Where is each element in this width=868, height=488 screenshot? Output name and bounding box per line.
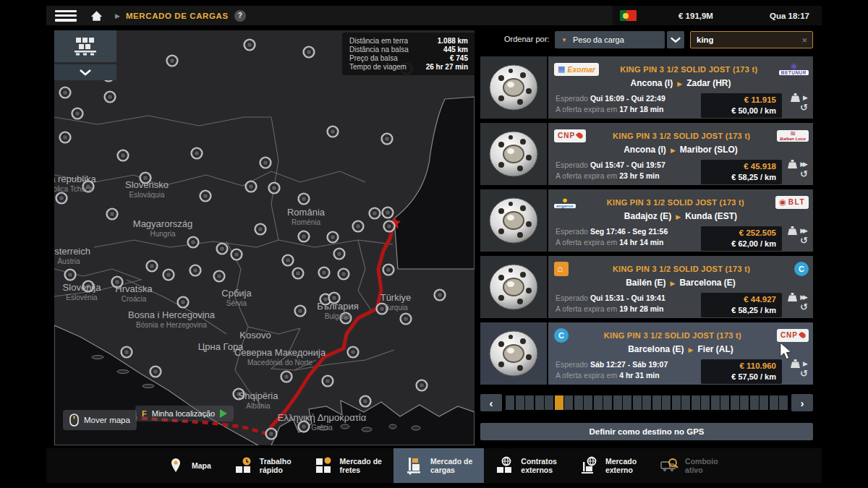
city-node[interactable]	[246, 181, 257, 192]
cargo-type-button[interactable]	[54, 30, 116, 62]
page-square[interactable]	[642, 395, 651, 410]
map-panel[interactable]: á republikablica TchecaSlovenskoEslováqu…	[54, 30, 475, 445]
page-square[interactable]	[681, 395, 690, 410]
city-node[interactable]	[118, 150, 129, 161]
city-node[interactable]	[328, 232, 339, 243]
city-node[interactable]	[348, 347, 359, 358]
page-square[interactable]	[603, 395, 612, 410]
city-node[interactable]	[339, 269, 349, 280]
page-square[interactable]	[711, 395, 720, 410]
city-node[interactable]	[190, 265, 201, 276]
city-node[interactable]	[150, 367, 161, 377]
page-square[interactable]	[623, 395, 631, 410]
city-node[interactable]	[384, 221, 395, 232]
city-node[interactable]	[107, 209, 118, 220]
cargo-card[interactable]: CNP KING PIN 3 1/2 SOLID JOST (173 t) Ba…	[480, 123, 813, 185]
home-icon[interactable]	[90, 9, 103, 22]
city-node[interactable]	[122, 347, 132, 358]
city-node[interactable]	[295, 306, 306, 317]
page-square[interactable]	[574, 395, 583, 410]
city-node[interactable]	[56, 193, 67, 204]
help-icon[interactable]: ?	[234, 10, 246, 22]
city-node[interactable]	[255, 224, 266, 235]
city-node[interactable]	[178, 297, 189, 308]
city-node[interactable]	[360, 396, 371, 407]
search-input[interactable]	[691, 35, 796, 44]
page-square[interactable]	[740, 395, 749, 410]
page-square[interactable]	[506, 395, 514, 410]
sort-dropdown[interactable]: ▼ Peso da carga	[555, 31, 665, 48]
page-square[interactable]	[692, 395, 700, 410]
page-square[interactable]	[672, 395, 681, 410]
clear-search-icon[interactable]: ×	[796, 35, 812, 46]
city-node[interactable]	[200, 191, 211, 202]
page-square[interactable]	[701, 395, 710, 410]
page-square[interactable]	[770, 395, 778, 410]
city-node[interactable]	[167, 56, 178, 67]
set-gps-destination-button[interactable]: Definir como destino no GPS	[480, 423, 813, 440]
page-square[interactable]	[760, 395, 768, 410]
city-node[interactable]	[217, 244, 228, 254]
city-node[interactable]	[401, 314, 412, 325]
city-node[interactable]	[192, 148, 203, 159]
next-page-button[interactable]: ›	[791, 394, 813, 411]
page-square[interactable]	[555, 395, 563, 410]
page-square[interactable]	[535, 395, 544, 410]
page-square[interactable]	[750, 395, 759, 410]
city-node[interactable]	[304, 47, 315, 58]
city-node[interactable]	[383, 207, 393, 218]
city-node[interactable]	[266, 429, 277, 440]
prev-page-button[interactable]: ‹	[480, 394, 502, 411]
city-node[interactable]	[281, 372, 292, 382]
page-square[interactable]	[545, 395, 553, 410]
city-node[interactable]	[383, 265, 394, 275]
city-node[interactable]	[260, 158, 271, 168]
city-node[interactable]	[72, 108, 83, 119]
city-node[interactable]	[231, 249, 242, 260]
city-node[interactable]	[60, 132, 71, 143]
city-node[interactable]	[269, 183, 280, 194]
city-node[interactable]	[328, 127, 339, 137]
city-node[interactable]	[319, 267, 330, 278]
city-node[interactable]	[299, 194, 310, 205]
city-node[interactable]	[334, 249, 345, 260]
city-node[interactable]	[323, 376, 333, 387]
page-square[interactable]	[720, 395, 729, 410]
tab-freight-market[interactable]: Mercado de fretes	[303, 448, 393, 483]
tab-convoy[interactable]: Comboio ativo	[648, 448, 730, 483]
city-node[interactable]	[417, 380, 427, 391]
page-square[interactable]	[584, 395, 592, 410]
page-square[interactable]	[594, 395, 603, 410]
tab-quick-job[interactable]: Trabalho rápido	[223, 448, 303, 483]
city-node[interactable]	[353, 221, 364, 232]
sort-dropdown-button[interactable]	[667, 31, 684, 48]
page-square[interactable]	[633, 395, 642, 410]
cargo-card[interactable]: engeron KING PIN 3 1/2 SOLID JOST (173 t…	[480, 189, 813, 252]
page-square[interactable]	[652, 395, 661, 410]
city-node[interactable]	[293, 268, 304, 279]
city-node[interactable]	[299, 231, 310, 242]
city-node[interactable]	[163, 270, 174, 281]
page-square[interactable]	[662, 395, 671, 410]
cargo-card[interactable]: C KING PIN 3 1/2 SOLID JOST (173 t) CNP …	[480, 322, 813, 385]
page-square[interactable]	[564, 395, 573, 410]
city-node[interactable]	[214, 271, 225, 282]
city-node[interactable]	[65, 270, 76, 281]
city-node[interactable]	[283, 255, 294, 266]
tab-cargo-market[interactable]: Mercado de cargas	[393, 448, 484, 483]
city-node[interactable]	[382, 134, 393, 145]
city-node[interactable]	[188, 237, 199, 248]
tab-external-market[interactable]: Mercado externo	[569, 448, 648, 483]
page-square[interactable]	[779, 395, 788, 410]
tab-map[interactable]: Mapa	[155, 448, 223, 483]
page-square[interactable]	[613, 395, 622, 410]
cargo-card[interactable]: KING PIN 3 1/2 SOLID JOST (173 t) C Bail…	[480, 256, 813, 318]
cargo-card[interactable]: Exomar KING PIN 3 1/2 SOLID JOST (173 t)…	[480, 56, 813, 119]
city-node[interactable]	[435, 290, 446, 301]
city-node[interactable]	[147, 261, 158, 272]
city-node[interactable]	[244, 40, 255, 51]
tab-external-contracts[interactable]: Contratos externos	[484, 448, 569, 483]
page-square[interactable]	[525, 395, 534, 410]
city-node[interactable]	[370, 208, 380, 219]
city-node[interactable]	[60, 87, 71, 98]
